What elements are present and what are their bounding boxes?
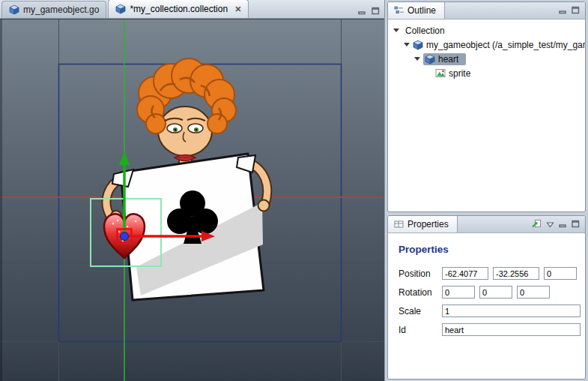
tree-item-label: my_gameobject (/a_simple_test/my_gam bbox=[426, 40, 585, 50]
canvas-edge-shade bbox=[0, 20, 2, 381]
tree-item-label: sprite bbox=[449, 68, 470, 79]
gameobject-cube-icon bbox=[413, 40, 423, 50]
properties-tab-icon bbox=[394, 220, 404, 229]
tree-item-sprite[interactable]: sprite bbox=[388, 66, 585, 80]
rotation-row: Rotation bbox=[398, 286, 585, 298]
position-z-field[interactable] bbox=[544, 267, 577, 280]
rotation-z-field[interactable] bbox=[517, 286, 550, 298]
close-icon[interactable]: ✕ bbox=[234, 4, 241, 14]
gameobject-cube-icon bbox=[9, 4, 19, 15]
view-menu-icon[interactable] bbox=[546, 218, 554, 231]
outline-tree: Collection my_gameobject (/a_simple_test… bbox=[388, 20, 585, 80]
tree-item-label: heart bbox=[438, 54, 458, 64]
expander-icon[interactable] bbox=[414, 57, 420, 61]
position-y-field[interactable] bbox=[493, 267, 539, 280]
expander-icon[interactable] bbox=[404, 43, 410, 46]
sprite-icon bbox=[435, 68, 446, 78]
expander-icon[interactable] bbox=[393, 28, 399, 32]
rotation-y-field[interactable] bbox=[479, 286, 512, 298]
rotation-x-field[interactable] bbox=[442, 286, 475, 298]
character-sprite[interactable] bbox=[106, 58, 269, 300]
tree-item-label: Collection bbox=[405, 26, 445, 36]
gizmo-center-handle[interactable] bbox=[121, 232, 129, 241]
tab-properties[interactable]: Properties bbox=[388, 215, 458, 232]
maximize-icon[interactable] bbox=[572, 4, 580, 17]
tree-item-heart[interactable]: heart bbox=[388, 52, 585, 66]
tab-my-collection[interactable]: *my_collection.collection ✕ bbox=[108, 0, 249, 18]
scene-canvas[interactable] bbox=[0, 20, 384, 381]
tree-item-gameobject[interactable]: my_gameobject (/a_simple_test/my_gam bbox=[388, 38, 585, 52]
id-row: Id bbox=[398, 323, 585, 336]
rotation-label: Rotation bbox=[398, 287, 442, 298]
id-field[interactable] bbox=[442, 323, 581, 336]
id-label: Id bbox=[398, 325, 442, 335]
position-label: Position bbox=[398, 268, 442, 279]
properties-title: Properties bbox=[398, 244, 585, 255]
tree-item-collection[interactable]: Collection bbox=[388, 23, 585, 38]
scale-label: Scale bbox=[398, 306, 442, 316]
maximize-icon[interactable] bbox=[572, 218, 580, 231]
outline-header: Outline bbox=[388, 2, 585, 20]
properties-form: Properties Position Rotation Scale Id bbox=[388, 233, 585, 336]
minimize-icon[interactable] bbox=[358, 4, 366, 18]
tab-outline[interactable]: Outline bbox=[388, 2, 445, 19]
editor-area: my_gameobject.go *my_collection.collecti… bbox=[0, 0, 385, 381]
gizmo-y-arrowhead[interactable] bbox=[119, 152, 130, 165]
properties-panel: Properties Properties Position Rotation bbox=[387, 215, 586, 380]
properties-header: Properties bbox=[388, 216, 585, 233]
minimize-icon[interactable] bbox=[559, 4, 567, 17]
editor-tabbar: my_gameobject.go *my_collection.collecti… bbox=[0, 0, 384, 19]
selected-row-highlight: heart bbox=[423, 53, 466, 65]
gameobject-cube-icon bbox=[425, 54, 435, 64]
collection-icon bbox=[115, 4, 126, 14]
tab-label: *my_collection.collection bbox=[130, 4, 228, 14]
minimize-icon[interactable] bbox=[559, 218, 567, 231]
panel-tab-label: Properties bbox=[407, 219, 449, 230]
position-row: Position bbox=[398, 267, 585, 280]
scale-field[interactable] bbox=[442, 304, 581, 317]
maximize-icon[interactable] bbox=[372, 4, 380, 18]
link-with-editor-icon[interactable] bbox=[532, 218, 542, 231]
tab-my-gameobject[interactable]: my_gameobject.go bbox=[1, 1, 106, 18]
outline-panel: Outline Collection my_gameobject (/a_sim… bbox=[387, 2, 586, 212]
scale-row: Scale bbox=[398, 304, 585, 317]
panel-tab-label: Outline bbox=[407, 5, 436, 16]
position-x-field[interactable] bbox=[442, 267, 488, 280]
outline-tab-icon bbox=[394, 5, 404, 15]
tab-label: my_gameobject.go bbox=[23, 4, 99, 15]
